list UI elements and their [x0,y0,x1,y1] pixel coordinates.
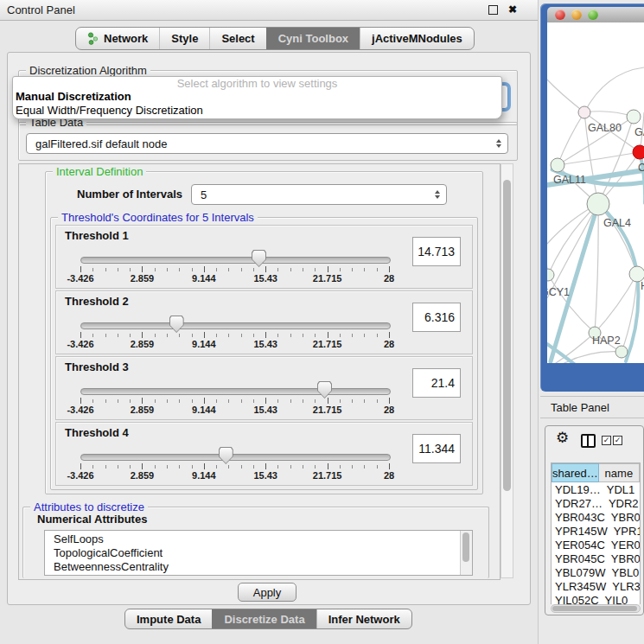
table-data-combobox[interactable]: galFiltered.sif default node [26,133,508,154]
tab-network[interactable]: Network [76,28,159,49]
edge-thick[interactable] [640,152,644,203]
gear-icon[interactable]: ⚙ [556,429,569,447]
scrollbar-thumb[interactable] [552,606,637,611]
cell-shared-name[interactable]: YDL19… [552,483,601,496]
slider-track[interactable] [80,454,391,461]
slider-track[interactable] [80,388,391,395]
network-node[interactable] [633,145,644,159]
table-row[interactable]: YPR145WYPR1 [552,524,640,538]
edge[interactable] [584,67,644,112]
tab-cyni-toolbox[interactable]: Cyni Toolbox [266,28,360,49]
tab-label: Infer Network [328,613,400,626]
select-columns-icon[interactable]: ✓ ✓ [602,436,622,445]
network-node[interactable] [627,110,641,124]
network-node[interactable] [551,158,564,172]
slider-handle[interactable] [252,250,266,267]
threshold-value-field[interactable] [412,368,461,398]
tab-label: Impute Data [137,613,201,626]
cell-shared-name[interactable]: YDR27… [552,497,603,510]
cell-shared-name[interactable]: YIL052C [552,594,599,605]
tab-discretize-data[interactable]: Discretize Data [212,609,316,628]
attribute-item-betweennesscentrality[interactable]: BetweennessCentrality [54,560,472,574]
attribute-item-topologicalcoefficient[interactable]: TopologicalCoefficient [54,546,472,560]
table-row[interactable]: YBR043CYBR0 [552,510,640,524]
minimize-traffic-light-icon[interactable] [571,10,582,20]
network-window-titlebar[interactable] [547,7,644,23]
cell-shared-name[interactable]: YPR145W [552,525,608,538]
cell-name[interactable]: YLR3 [606,580,641,593]
table-row[interactable]: YLR345WYLR3 [552,579,640,593]
edge[interactable] [547,80,584,112]
attribute-item-selfloops[interactable]: SelfLoops [54,532,472,546]
threshold-4-block: Threshold 4-3.4262.8599.14415.4321.71528 [55,422,473,486]
cell-name[interactable]: YDR2 [603,497,640,510]
apply-button[interactable]: Apply [238,583,296,602]
panel-vertical-scrollbar[interactable] [501,163,513,578]
cell-shared-name[interactable]: YBR045C [552,552,605,565]
edge-thick[interactable] [598,204,637,274]
table-horizontal-scrollbar[interactable] [551,604,641,613]
table-row[interactable]: YBR045CYBR0 [552,552,640,565]
slider-track[interactable] [80,322,391,329]
cell-shared-name[interactable]: YBL079W [552,566,606,579]
table-row[interactable]: YDL19…YDL1 [552,482,640,496]
edge[interactable] [547,230,548,275]
slider-handle[interactable] [169,316,184,333]
tab-jactivemnodules[interactable]: jActiveMNodules [360,28,474,49]
tab-label: Discretize Data [224,613,304,626]
edge[interactable] [598,204,637,274]
tab-infer-network[interactable]: Infer Network [316,609,411,628]
network-node[interactable] [578,106,590,118]
float-window-icon[interactable] [488,5,498,15]
edge[interactable] [595,204,598,333]
table-row[interactable]: YIL052CYIL0 [552,593,640,604]
network-node[interactable] [615,346,628,358]
dropdown-option-manual-discretization[interactable]: Manual Discretization [13,90,501,104]
slider-handle[interactable] [317,381,332,399]
edge-thick[interactable] [626,274,638,361]
spinner-icon[interactable] [496,139,501,148]
column-header-name[interactable]: name [599,463,640,482]
column-header-shared-name[interactable]: shared… [552,463,599,482]
tab-select[interactable]: Select [209,28,265,49]
group-title: Attributes to discretize [30,501,148,513]
threshold-value-field[interactable] [412,237,461,266]
cell-name[interactable]: YER0 [605,539,641,552]
cell-shared-name[interactable]: YER054C [552,539,605,552]
table-row[interactable]: YER054CYER0 [552,538,640,552]
close-icon[interactable]: ✖ [508,3,517,16]
cell-name[interactable]: YPR1 [608,525,641,538]
close-traffic-light-icon[interactable] [555,10,565,20]
cell-name[interactable]: YBR0 [605,511,641,524]
dropdown-option-equal-width-frequency[interactable]: Equal Width/Frequency Discretization [13,104,501,118]
cell-name[interactable]: YIL0 [599,594,640,605]
slider-track[interactable] [80,257,391,264]
spinner-icon[interactable] [435,190,440,199]
slider-handle[interactable] [219,447,233,464]
edge[interactable] [595,274,637,333]
cell-name[interactable]: YBL0 [606,566,640,579]
network-canvas[interactable]: GAL80GACGAL11GAL4GCY1HHAP2 [547,22,644,363]
cell-name[interactable]: YBR0 [605,552,641,565]
table-row[interactable]: YDR27…YDR2 [552,496,640,510]
tab-impute-data[interactable]: Impute Data [125,609,212,628]
edge[interactable] [558,152,640,165]
scrollbar-thumb[interactable] [503,180,511,491]
list-scrollbar[interactable] [460,531,472,575]
zoom-traffic-light-icon[interactable] [588,10,598,20]
network-node[interactable] [587,193,609,215]
edge[interactable] [622,274,637,352]
tab-style[interactable]: Style [159,28,209,49]
split-column-icon[interactable] [581,434,596,448]
table-row[interactable]: YBL079WYBL0 [552,565,640,579]
cell-name[interactable]: YDL1 [601,483,640,496]
cell-shared-name[interactable]: YBR043C [552,511,605,524]
threshold-value-field[interactable] [412,303,461,332]
number-of-intervals-combobox[interactable]: 5 [191,184,447,205]
edge[interactable] [548,204,598,275]
edge[interactable] [584,112,634,117]
threshold-value-field[interactable] [412,434,461,463]
node-label-gcy1: GCY1 [547,286,570,298]
cell-shared-name[interactable]: YLR345W [552,580,606,593]
network-node[interactable] [547,269,554,281]
